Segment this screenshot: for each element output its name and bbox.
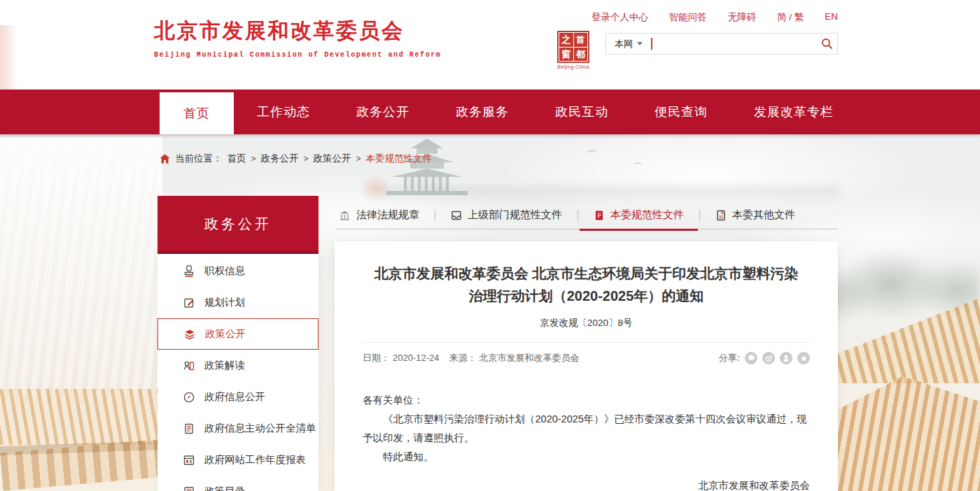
- source-label: 来源：: [449, 353, 477, 363]
- sidebar-item-gov-info-disclosure[interactable]: 政府信息公开: [158, 381, 318, 413]
- signature: 北京市发展和改革委员会: [363, 476, 810, 491]
- tab-label: 法律法规规章: [356, 208, 419, 222]
- sidebar-item-proactive-disclosure-list[interactable]: 政府信息主动公开全清单: [158, 413, 318, 444]
- breadcrumb-home[interactable]: 首页: [227, 152, 246, 165]
- sidebar-item-label: 政府信息主动公开全清单: [204, 422, 316, 435]
- breadcrumb: 当前位置： 首页 > 政务公开 > 政策公开 > 本委规范性文件: [160, 152, 432, 165]
- capital-window-seal[interactable]: 之 首 窗 都 Beijing-China: [555, 31, 592, 69]
- breadcrumb-location-label: 当前位置：: [175, 152, 223, 165]
- doc-tabs: 法律法规规章 上级部门规范性文件 本委规范性文件 本委其他文件: [336, 201, 838, 229]
- nav-item-gov-disclosure[interactable]: 政务公开: [333, 90, 433, 134]
- article-meta-left: 日期：2020-12-24来源：北京市发展和改革委员会: [363, 352, 582, 364]
- home-icon[interactable]: [160, 154, 170, 164]
- salutation: 各有关单位：: [363, 391, 810, 410]
- sidebar-item-label: 政府信息公开: [204, 390, 265, 404]
- sidebar-menu: 职权信息 规划计划 政策公开 政策解读: [158, 254, 318, 491]
- search-input[interactable]: [652, 34, 817, 53]
- sidebar-item-label: 政府网站工作年度报表: [204, 453, 306, 467]
- tab-superior-normative-docs[interactable]: 上级部门规范性文件: [435, 201, 578, 229]
- background-pavilion: [386, 138, 468, 204]
- site-subtitle: Beijing Municipal Commission of Developm…: [154, 51, 441, 59]
- sidebar-item-policy-disclosure[interactable]: 政策公开: [158, 318, 318, 350]
- seal-caption: Beijing-China: [555, 64, 592, 69]
- simplified-traditional-toggle[interactable]: 简 / 繁: [777, 11, 804, 24]
- share-bar: 分享:: [719, 352, 810, 364]
- sidebar-item-label: 政策公开: [205, 327, 246, 341]
- background-roof-bottom-left: [0, 389, 164, 445]
- top-links: 登录个人中心 智能问答 无障碍 简 / 繁 EN: [592, 11, 838, 24]
- tab-label: 本委规范性文件: [610, 208, 684, 222]
- layers-icon: [183, 328, 196, 341]
- nav-item-gov-services[interactable]: 政务服务: [433, 90, 532, 134]
- nav-item-drc-special[interactable]: 发展改革专栏: [731, 90, 857, 134]
- info-disclosure-icon: [183, 391, 195, 404]
- share-weibo-icon[interactable]: [762, 352, 775, 364]
- share-wechat-icon[interactable]: [745, 352, 757, 364]
- background-roof-left-fade: [0, 137, 162, 403]
- tab-commission-other-docs[interactable]: 本委其他文件: [700, 201, 811, 229]
- paragraph: 《北京市塑料污染治理行动计划（2020-2025年）》已经市委深改委第十四次会议…: [363, 410, 810, 448]
- accessibility-link[interactable]: 无障碍: [728, 11, 757, 24]
- seal-char: 之: [559, 33, 573, 47]
- breadcrumb-policy-disclosure[interactable]: 政策公开: [314, 152, 351, 165]
- nav-item-work-news[interactable]: 工作动态: [234, 90, 333, 134]
- tab-commission-normative-docs[interactable]: 本委规范性文件: [578, 201, 699, 229]
- interpret-icon: [183, 360, 195, 372]
- article-card: 北京市发展和改革委员会 北京市生态环境局关于印发北京市塑料污染治理行动计划（20…: [335, 241, 838, 491]
- breadcrumb-separator: >: [356, 154, 361, 164]
- english-link[interactable]: EN: [825, 11, 838, 24]
- doc-number: 京发改规〔2020〕8号: [363, 317, 810, 329]
- sidebar-item-policy-interpretation[interactable]: 政策解读: [158, 350, 318, 381]
- article-date: 2020-12-24: [393, 353, 440, 363]
- site-header: 北京市发展和改革委员会 Beijing Municipal Commission…: [0, 0, 980, 90]
- title-divider: [363, 342, 810, 343]
- site-logo[interactable]: 北京市发展和改革委员会 Beijing Municipal Commission…: [154, 17, 441, 59]
- tab-laws-regulations[interactable]: 法律法规规章: [336, 201, 435, 229]
- bird-icon: [587, 148, 596, 154]
- seal-char: 窗: [559, 48, 573, 62]
- login-personal-center-link[interactable]: 登录个人中心: [592, 11, 648, 24]
- sidebar-item-website-annual-report[interactable]: 政府网站工作年度报表: [158, 444, 318, 476]
- sidebar-item-label: 政策解读: [204, 359, 245, 372]
- article-title: 北京市发展和改革委员会 北京市生态环境局关于印发北京市塑料污染治理行动计划（20…: [368, 262, 805, 307]
- search-scope-label: 本网: [615, 38, 633, 50]
- other-doc-icon: [715, 210, 727, 221]
- share-qzone-icon[interactable]: [797, 352, 810, 364]
- breadcrumb-separator: >: [304, 154, 309, 164]
- breadcrumb-current: 本委规范性文件: [366, 152, 433, 165]
- nav-item-convenience-query[interactable]: 便民查询: [631, 90, 731, 134]
- date-label: 日期：: [363, 353, 390, 363]
- search-button[interactable]: [816, 34, 837, 54]
- sidebar-title: 政务公开: [158, 196, 318, 254]
- search-scope-dropdown[interactable]: 本网: [606, 38, 650, 50]
- bird-icon: [634, 161, 642, 166]
- seal-icon: 之 首 窗 都: [557, 31, 589, 63]
- article-meta: 日期：2020-12-24来源：北京市发展和改革委员会 分享:: [363, 352, 810, 364]
- sidebar-item-policy-catalog[interactable]: 政策目录: [158, 476, 318, 491]
- sidebar-item-authority-info[interactable]: 职权信息: [158, 255, 318, 287]
- sidebar-item-label: 政策目录: [204, 485, 245, 491]
- nav-item-public-interaction[interactable]: 政民互动: [532, 90, 631, 134]
- paragraph: 特此通知。: [363, 448, 810, 467]
- seal-char: 都: [574, 48, 588, 62]
- smart-qa-link[interactable]: 智能问答: [669, 11, 707, 24]
- search-bar: 本网: [606, 33, 838, 55]
- inbox-doc-icon: [451, 210, 462, 221]
- catalog-icon: [183, 485, 195, 491]
- tab-label: 上级部门规范性文件: [468, 208, 562, 222]
- page: 北京市发展和改革委员会 Beijing Municipal Commission…: [0, 0, 980, 491]
- article-source: 北京市发展和改革委员会: [479, 353, 580, 363]
- law-icon: [339, 210, 351, 221]
- sidebar-item-plans[interactable]: 规划计划: [158, 287, 318, 318]
- nav-item-home[interactable]: 首页: [160, 92, 234, 134]
- search-icon: [821, 38, 833, 50]
- sidebar-item-label: 职权信息: [204, 264, 245, 278]
- list-doc-icon: [183, 422, 195, 435]
- share-label: 分享:: [719, 352, 740, 364]
- share-qq-icon[interactable]: [780, 352, 792, 364]
- chevron-down-icon: [637, 42, 643, 45]
- plan-edit-icon: [183, 297, 195, 309]
- article-body: 各有关单位： 《北京市塑料污染治理行动计划（2020-2025年）》已经市委深改…: [363, 391, 810, 491]
- breadcrumb-gov-disclosure[interactable]: 政务公开: [261, 152, 299, 165]
- main-nav: 首页 工作动态 政务公开 政务服务 政民互动 便民查询 发展改革专栏: [0, 90, 980, 134]
